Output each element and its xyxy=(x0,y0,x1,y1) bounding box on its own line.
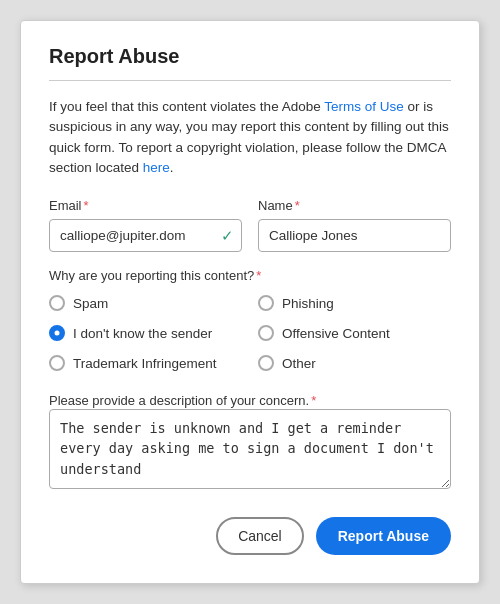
description-part3: . xyxy=(170,160,174,175)
concern-textarea[interactable]: The sender is unknown and I get a remind… xyxy=(49,409,451,489)
cancel-button[interactable]: Cancel xyxy=(216,517,304,555)
textarea-label: Please provide a description of your con… xyxy=(49,393,316,408)
radio-section: Why are you reporting this content?* Spa… xyxy=(49,268,451,371)
report-abuse-button[interactable]: Report Abuse xyxy=(316,517,451,555)
radio-offensive[interactable] xyxy=(258,325,274,341)
radio-idk-label: I don't know the sender xyxy=(73,326,212,341)
textarea-section: Please provide a description of your con… xyxy=(49,391,451,493)
email-label: Email* xyxy=(49,198,242,213)
radio-item-idk[interactable]: I don't know the sender xyxy=(49,325,242,341)
radio-other-label: Other xyxy=(282,356,316,371)
radio-offensive-label: Offensive Content xyxy=(282,326,390,341)
radio-trademark[interactable] xyxy=(49,355,65,371)
email-check-icon: ✓ xyxy=(221,227,234,245)
email-input-wrapper: ✓ xyxy=(49,219,242,252)
description-text: If you feel that this content violates t… xyxy=(49,97,451,178)
divider xyxy=(49,80,451,81)
terms-of-use-link[interactable]: Terms of Use xyxy=(324,99,404,114)
radio-section-label: Why are you reporting this content?* xyxy=(49,268,451,283)
radio-spam-label: Spam xyxy=(73,296,108,311)
email-group: Email* ✓ xyxy=(49,198,242,252)
modal-title: Report Abuse xyxy=(49,45,451,68)
button-row: Cancel Report Abuse xyxy=(49,517,451,555)
description-part1: If you feel that this content violates t… xyxy=(49,99,324,114)
name-input[interactable] xyxy=(258,219,451,252)
name-input-wrapper xyxy=(258,219,451,252)
radio-item-offensive[interactable]: Offensive Content xyxy=(258,325,451,341)
name-group: Name* xyxy=(258,198,451,252)
radio-phishing[interactable] xyxy=(258,295,274,311)
radio-grid: Spam Phishing I don't know the sender Of… xyxy=(49,295,451,371)
name-label: Name* xyxy=(258,198,451,213)
report-abuse-modal: Report Abuse If you feel that this conte… xyxy=(20,20,480,584)
radio-spam[interactable] xyxy=(49,295,65,311)
radio-item-other[interactable]: Other xyxy=(258,355,451,371)
radio-idk[interactable] xyxy=(49,325,65,341)
radio-phishing-label: Phishing xyxy=(282,296,334,311)
radio-item-phishing[interactable]: Phishing xyxy=(258,295,451,311)
radio-item-trademark[interactable]: Trademark Infringement xyxy=(49,355,242,371)
here-link[interactable]: here xyxy=(143,160,170,175)
radio-item-spam[interactable]: Spam xyxy=(49,295,242,311)
email-name-row: Email* ✓ Name* xyxy=(49,198,451,252)
radio-trademark-label: Trademark Infringement xyxy=(73,356,217,371)
email-input[interactable] xyxy=(49,219,242,252)
radio-other[interactable] xyxy=(258,355,274,371)
